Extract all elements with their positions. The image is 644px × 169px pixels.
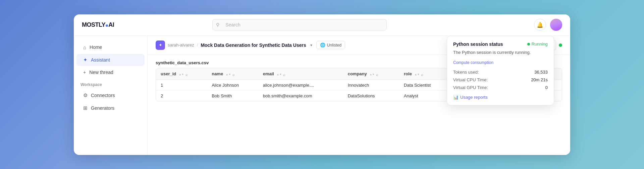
cell-user-id-2: 2 (156, 90, 207, 101)
breadcrumb-separator: / (197, 43, 198, 48)
popup-row-gpu: Virtual GPU Time: 0 (453, 84, 548, 91)
logo: MOSTLYAI (82, 21, 136, 28)
filter-role-icon[interactable]: ⌕ (421, 73, 423, 77)
popup-row-cpu: Virtual CPU Time: 20m 21s (453, 76, 548, 84)
col-name: name ▲▼ ⌕ (207, 68, 258, 80)
sort-company-icon[interactable]: ▲▼ (369, 73, 375, 76)
popup-row-tokens: Tokens used: 36,533 (453, 68, 548, 76)
sidebar-item-connectors[interactable]: ⚙ Connectors (76, 89, 145, 101)
status-indicator-dot (559, 44, 562, 47)
cell-role-1: Data Scientist (399, 80, 450, 90)
filter-company-icon[interactable]: ⌕ (376, 73, 378, 77)
breadcrumb-chevron-button[interactable]: ▾ (309, 42, 314, 48)
python-session-popup: Python session status Running The Python… (447, 36, 554, 105)
popup-description: The Python session is currently running. (453, 50, 548, 56)
popup-header: Python session status Running (453, 41, 548, 47)
popup-section-title: Compute consumption (453, 60, 548, 65)
breadcrumb-user[interactable]: sarah-alvarez (168, 43, 194, 48)
sidebar-item-new-thread[interactable]: + New thread (76, 67, 145, 78)
cell-company-1: Innovatech (343, 80, 399, 90)
top-bar: MOSTLYAI ⚲ 🔔 (74, 14, 570, 36)
popup-title: Python session status (453, 41, 503, 47)
avatar[interactable] (550, 19, 562, 31)
cell-role-2: Analyst (399, 90, 450, 101)
main-layout: ⌂ Home ✦ Assistant + New thread Workspac… (74, 36, 570, 155)
notification-bell-button[interactable]: 🔔 (534, 19, 546, 31)
content-area: ✦ sarah-alvarez / Mock Data Generation f… (148, 36, 570, 155)
sidebar-item-generators[interactable]: ⊞ Generators (76, 102, 145, 114)
grid-icon: ⊞ (83, 105, 88, 111)
cell-name-1: Alice Johnson (207, 80, 258, 90)
sort-name-icon[interactable]: ▲▼ (226, 73, 231, 76)
search-bar: ⚲ (212, 19, 387, 30)
cell-company-2: DataSolutions (343, 90, 399, 101)
cell-name-2: Bob Smith (207, 90, 258, 101)
breadcrumb-spark-icon: ✦ (156, 40, 165, 50)
filter-name-icon[interactable]: ⌕ (232, 73, 235, 77)
top-bar-right: 🔔 (534, 19, 562, 31)
filter-user-id-icon[interactable]: ⌕ (185, 73, 188, 77)
visibility-label: Unlisted (327, 43, 341, 48)
breadcrumb-title: Mock Data Generation for Synthetic Data … (201, 43, 306, 48)
cell-email-2: bob.smith@example.com (258, 90, 343, 101)
running-label: Running (532, 41, 548, 47)
avatar-image (550, 19, 562, 31)
cell-email-1: alice.johnson@example.... (258, 80, 343, 90)
running-status-badge: Running (527, 41, 548, 47)
connector-icon: ⚙ (83, 92, 88, 98)
logo-text: MOSTLYAI (82, 21, 114, 28)
sort-role-icon[interactable]: ▲▼ (415, 73, 420, 76)
plus-icon: + (83, 70, 86, 75)
home-icon: ⌂ (83, 45, 86, 50)
spark-icon: ✦ (83, 57, 88, 63)
app-container: MOSTLYAI ⚲ 🔔 ⌂ Home ✦ Assistant + (74, 14, 570, 155)
col-user-id: user_id ▲▼ ⌕ (156, 68, 207, 80)
running-dot (527, 43, 530, 46)
sidebar-item-home[interactable]: ⌂ Home (76, 41, 145, 53)
search-input[interactable] (212, 19, 387, 30)
col-email: email ▲▼ ⌕ (258, 68, 343, 80)
sort-user-id-icon[interactable]: ▲▼ (179, 73, 184, 76)
usage-reports-link[interactable]: 📊 Usage reports (453, 95, 548, 100)
search-icon: ⚲ (216, 22, 219, 27)
filter-email-icon[interactable]: ⌕ (283, 73, 285, 77)
sort-email-icon[interactable]: ▲▼ (277, 73, 282, 76)
usage-reports-icon: 📊 (453, 95, 459, 100)
workspace-section-title: Workspace (74, 78, 147, 89)
col-company: company ▲▼ ⌕ (343, 68, 399, 80)
col-role: role ▲▼ ⌕ (399, 68, 450, 80)
sidebar-item-assistant[interactable]: ✦ Assistant (76, 54, 145, 66)
sidebar: ⌂ Home ✦ Assistant + New thread Workspac… (74, 36, 148, 155)
globe-icon: 🌐 (320, 43, 325, 48)
cell-user-id-1: 1 (156, 80, 207, 90)
visibility-badge[interactable]: 🌐 Unlisted (316, 41, 345, 49)
